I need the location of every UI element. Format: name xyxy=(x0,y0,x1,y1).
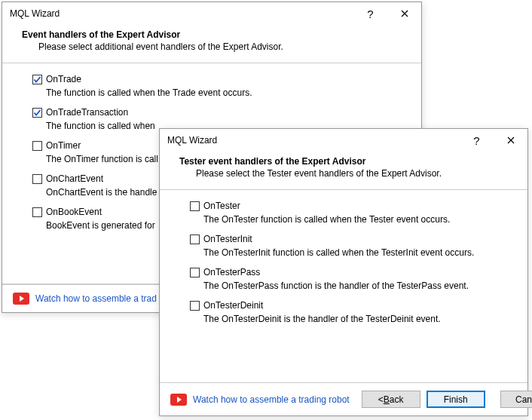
option-label[interactable]: OnTradeTransaction xyxy=(46,107,128,118)
close-icon xyxy=(507,136,515,144)
option-label[interactable]: OnTester xyxy=(203,201,240,211)
checkbox[interactable] xyxy=(32,141,42,151)
option-label[interactable]: OnTrade xyxy=(46,74,81,84)
option-description: The OnTesterPass function is the handler… xyxy=(190,281,512,291)
option-label[interactable]: OnBookEvent xyxy=(46,207,102,217)
option-label[interactable]: OnTimer xyxy=(46,140,81,151)
checkbox[interactable] xyxy=(190,201,200,211)
option-ontester: OnTesterThe OnTester function is called … xyxy=(190,199,512,225)
option-ontesterpass: OnTesterPassThe OnTesterPass function is… xyxy=(190,265,512,291)
window-title: MQL Wizard xyxy=(10,8,353,19)
watch-video-link[interactable]: Watch how to assemble a trad xyxy=(35,293,157,304)
checkbox[interactable] xyxy=(190,301,200,311)
finish-button[interactable]: Finish xyxy=(427,391,485,408)
checkbox[interactable] xyxy=(32,174,42,184)
option-ontrade: OnTradeThe function is called when the T… xyxy=(32,72,406,98)
titlebar[interactable]: MQL Wizard ? xyxy=(160,129,527,152)
option-description: The OnTesterInit function is called when… xyxy=(190,247,512,258)
checkbox[interactable] xyxy=(32,75,42,84)
option-label[interactable]: OnTesterPass xyxy=(203,267,260,277)
option-ontesterinit: OnTesterInitThe OnTesterInit function is… xyxy=(190,232,512,258)
option-label[interactable]: OnTesterDeinit xyxy=(203,300,263,311)
option-label[interactable]: OnTesterInit xyxy=(203,234,252,244)
header-area: Event handlers of the Expert Advisor Ple… xyxy=(2,25,421,63)
option-ontradetransaction: OnTradeTransactionThe function is called… xyxy=(32,106,406,131)
header-area: Tester event handlers of the Expert Advi… xyxy=(160,152,527,189)
footer: Watch how to assemble a trading robot < … xyxy=(160,382,527,415)
options-area: OnTesterThe OnTester function is called … xyxy=(160,190,527,382)
subheading: Please select additional event handlers … xyxy=(22,41,408,52)
checkbox[interactable] xyxy=(190,235,200,244)
titlebar[interactable]: MQL Wizard ? xyxy=(2,2,421,25)
subheading: Please select the Tester event handlers … xyxy=(179,168,514,179)
back-button[interactable]: < Back xyxy=(362,391,420,408)
window-title: MQL Wizard xyxy=(167,135,460,146)
checkbox[interactable] xyxy=(32,207,42,217)
checkbox[interactable] xyxy=(190,268,200,277)
help-button[interactable]: ? xyxy=(460,129,494,152)
heading: Tester event handlers of the Expert Advi… xyxy=(179,156,514,167)
checkbox[interactable] xyxy=(32,108,42,118)
youtube-icon xyxy=(13,293,29,305)
close-button[interactable] xyxy=(387,2,421,25)
heading: Event handlers of the Expert Advisor xyxy=(22,29,408,40)
close-icon xyxy=(401,10,408,17)
help-button[interactable]: ? xyxy=(353,2,387,25)
option-description: The function is called when the Trade ev… xyxy=(32,87,406,98)
youtube-icon xyxy=(170,394,187,406)
option-label[interactable]: OnChartEvent xyxy=(46,173,103,184)
watch-video-link[interactable]: Watch how to assemble a trading robot xyxy=(193,394,350,405)
option-description: The OnTesterDeinit is the handler of the… xyxy=(190,314,512,324)
option-ontesterdeinit: OnTesterDeinitThe OnTesterDeinit is the … xyxy=(190,299,512,324)
wizard-dialog-tester-events: MQL Wizard ? Tester event handlers of th… xyxy=(159,128,528,416)
close-button[interactable] xyxy=(494,129,527,152)
cancel-button[interactable]: Cancel xyxy=(500,391,532,408)
option-description: The OnTester function is called when the… xyxy=(190,214,512,225)
